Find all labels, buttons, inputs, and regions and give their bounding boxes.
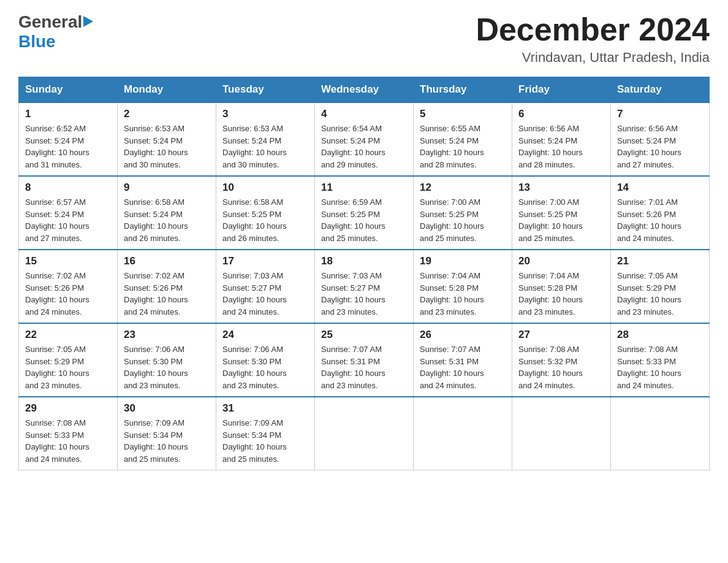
table-row: 16 Sunrise: 7:02 AMSunset: 5:26 PMDaylig…: [118, 250, 216, 323]
logo-general-text: General: [18, 12, 82, 32]
header-wednesday: Wednesday: [315, 77, 414, 103]
day-number: 11: [321, 182, 407, 194]
header-tuesday: Tuesday: [216, 77, 315, 103]
day-number: 30: [124, 402, 210, 415]
day-number: 23: [124, 329, 210, 341]
day-number: 18: [321, 255, 407, 267]
day-info: Sunrise: 7:05 AMSunset: 5:29 PMDaylight:…: [25, 345, 89, 390]
header-friday: Friday: [512, 77, 611, 103]
day-info: Sunrise: 6:58 AMSunset: 5:24 PMDaylight:…: [124, 197, 188, 243]
table-row: 8 Sunrise: 6:57 AMSunset: 5:24 PMDayligh…: [19, 176, 118, 250]
day-number: 7: [617, 108, 703, 120]
calendar-header-row: Sunday Monday Tuesday Wednesday Thursday…: [19, 77, 710, 103]
table-row: 10 Sunrise: 6:58 AMSunset: 5:25 PMDaylig…: [216, 176, 315, 250]
day-number: 10: [222, 182, 308, 194]
day-number: 26: [420, 329, 506, 341]
day-number: 13: [518, 182, 604, 194]
calendar-week-row: 29 Sunrise: 7:08 AMSunset: 5:33 PMDaylig…: [19, 397, 710, 470]
header-thursday: Thursday: [414, 77, 512, 103]
day-info: Sunrise: 7:07 AMSunset: 5:31 PMDaylight:…: [321, 345, 385, 390]
day-info: Sunrise: 7:08 AMSunset: 5:32 PMDaylight:…: [518, 345, 583, 390]
day-info: Sunrise: 7:08 AMSunset: 5:33 PMDaylight:…: [617, 345, 681, 390]
location-subtitle: Vrindavan, Uttar Pradesh, India: [476, 50, 710, 66]
day-info: Sunrise: 6:56 AMSunset: 5:24 PMDaylight:…: [617, 124, 681, 169]
table-row: [414, 397, 512, 470]
day-number: 15: [25, 255, 111, 267]
table-row: 12 Sunrise: 7:00 AMSunset: 5:25 PMDaylig…: [414, 176, 512, 250]
table-row: 11 Sunrise: 6:59 AMSunset: 5:25 PMDaylig…: [315, 176, 414, 250]
day-number: 24: [222, 329, 308, 341]
day-info: Sunrise: 7:00 AMSunset: 5:25 PMDaylight:…: [420, 197, 484, 243]
day-info: Sunrise: 7:08 AMSunset: 5:33 PMDaylight:…: [25, 418, 89, 464]
day-number: 21: [617, 255, 703, 267]
table-row: 24 Sunrise: 7:06 AMSunset: 5:30 PMDaylig…: [216, 323, 315, 397]
day-info: Sunrise: 7:00 AMSunset: 5:25 PMDaylight:…: [518, 197, 583, 243]
day-info: Sunrise: 7:02 AMSunset: 5:26 PMDaylight:…: [124, 271, 188, 316]
table-row: 31 Sunrise: 7:09 AMSunset: 5:34 PMDaylig…: [216, 397, 315, 470]
day-number: 3: [222, 108, 308, 120]
table-row: 14 Sunrise: 7:01 AMSunset: 5:26 PMDaylig…: [611, 176, 710, 250]
table-row: 20 Sunrise: 7:04 AMSunset: 5:28 PMDaylig…: [512, 250, 611, 323]
header-monday: Monday: [118, 77, 216, 103]
calendar-week-row: 1 Sunrise: 6:52 AMSunset: 5:24 PMDayligh…: [19, 102, 710, 176]
table-row: 30 Sunrise: 7:09 AMSunset: 5:34 PMDaylig…: [118, 397, 216, 470]
table-row: 2 Sunrise: 6:53 AMSunset: 5:24 PMDayligh…: [118, 102, 216, 176]
day-number: 2: [124, 108, 210, 120]
table-row: 28 Sunrise: 7:08 AMSunset: 5:33 PMDaylig…: [611, 323, 710, 397]
day-info: Sunrise: 7:02 AMSunset: 5:26 PMDaylight:…: [25, 271, 89, 316]
table-row: 7 Sunrise: 6:56 AMSunset: 5:24 PMDayligh…: [611, 102, 710, 176]
table-row: 6 Sunrise: 6:56 AMSunset: 5:24 PMDayligh…: [512, 102, 611, 176]
day-info: Sunrise: 6:58 AMSunset: 5:25 PMDaylight:…: [222, 197, 287, 243]
calendar-week-row: 22 Sunrise: 7:05 AMSunset: 5:29 PMDaylig…: [19, 323, 710, 397]
calendar-week-row: 15 Sunrise: 7:02 AMSunset: 5:26 PMDaylig…: [19, 250, 710, 323]
day-info: Sunrise: 6:53 AMSunset: 5:24 PMDaylight:…: [222, 124, 287, 169]
day-info: Sunrise: 6:57 AMSunset: 5:24 PMDaylight:…: [25, 197, 89, 243]
day-info: Sunrise: 7:06 AMSunset: 5:30 PMDaylight:…: [124, 345, 188, 390]
day-info: Sunrise: 7:03 AMSunset: 5:27 PMDaylight:…: [222, 271, 287, 316]
day-info: Sunrise: 7:05 AMSunset: 5:29 PMDaylight:…: [617, 271, 681, 316]
day-info: Sunrise: 6:53 AMSunset: 5:24 PMDaylight:…: [124, 124, 188, 169]
header-saturday: Saturday: [611, 77, 710, 103]
day-number: 25: [321, 329, 407, 341]
logo: General Blue: [18, 12, 94, 52]
day-number: 1: [25, 108, 111, 120]
day-info: Sunrise: 7:03 AMSunset: 5:27 PMDaylight:…: [321, 271, 385, 316]
table-row: 1 Sunrise: 6:52 AMSunset: 5:24 PMDayligh…: [19, 102, 118, 176]
day-info: Sunrise: 7:06 AMSunset: 5:30 PMDaylight:…: [222, 345, 287, 390]
table-row: 23 Sunrise: 7:06 AMSunset: 5:30 PMDaylig…: [118, 323, 216, 397]
logo-arrow-icon: [83, 15, 94, 28]
table-row: 22 Sunrise: 7:05 AMSunset: 5:29 PMDaylig…: [19, 323, 118, 397]
day-info: Sunrise: 6:52 AMSunset: 5:24 PMDaylight:…: [25, 124, 89, 169]
table-row: [611, 397, 710, 470]
day-number: 6: [518, 108, 604, 120]
header-sunday: Sunday: [19, 77, 118, 103]
day-info: Sunrise: 7:07 AMSunset: 5:31 PMDaylight:…: [420, 345, 484, 390]
day-info: Sunrise: 7:01 AMSunset: 5:26 PMDaylight:…: [617, 197, 681, 243]
table-row: 29 Sunrise: 7:08 AMSunset: 5:33 PMDaylig…: [19, 397, 118, 470]
day-number: 19: [420, 255, 506, 267]
day-info: Sunrise: 7:04 AMSunset: 5:28 PMDaylight:…: [420, 271, 484, 316]
calendar-table: Sunday Monday Tuesday Wednesday Thursday…: [18, 77, 710, 470]
day-info: Sunrise: 6:55 AMSunset: 5:24 PMDaylight:…: [420, 124, 484, 169]
day-number: 20: [518, 255, 604, 267]
table-row: [512, 397, 611, 470]
table-row: 15 Sunrise: 7:02 AMSunset: 5:26 PMDaylig…: [19, 250, 118, 323]
day-number: 17: [222, 255, 308, 267]
svg-marker-0: [83, 16, 93, 27]
table-row: 26 Sunrise: 7:07 AMSunset: 5:31 PMDaylig…: [414, 323, 512, 397]
day-number: 16: [124, 255, 210, 267]
table-row: 13 Sunrise: 7:00 AMSunset: 5:25 PMDaylig…: [512, 176, 611, 250]
day-number: 29: [25, 402, 111, 415]
day-info: Sunrise: 7:09 AMSunset: 5:34 PMDaylight:…: [222, 418, 287, 464]
day-number: 27: [518, 329, 604, 341]
table-row: 19 Sunrise: 7:04 AMSunset: 5:28 PMDaylig…: [414, 250, 512, 323]
month-title: December 2024: [476, 12, 710, 47]
table-row: 17 Sunrise: 7:03 AMSunset: 5:27 PMDaylig…: [216, 250, 315, 323]
day-info: Sunrise: 6:54 AMSunset: 5:24 PMDaylight:…: [321, 124, 385, 169]
table-row: 3 Sunrise: 6:53 AMSunset: 5:24 PMDayligh…: [216, 102, 315, 176]
table-row: 4 Sunrise: 6:54 AMSunset: 5:24 PMDayligh…: [315, 102, 414, 176]
day-number: 4: [321, 108, 407, 120]
table-row: [315, 397, 414, 470]
title-block: December 2024 Vrindavan, Uttar Pradesh, …: [476, 12, 710, 66]
day-info: Sunrise: 6:56 AMSunset: 5:24 PMDaylight:…: [518, 124, 583, 169]
